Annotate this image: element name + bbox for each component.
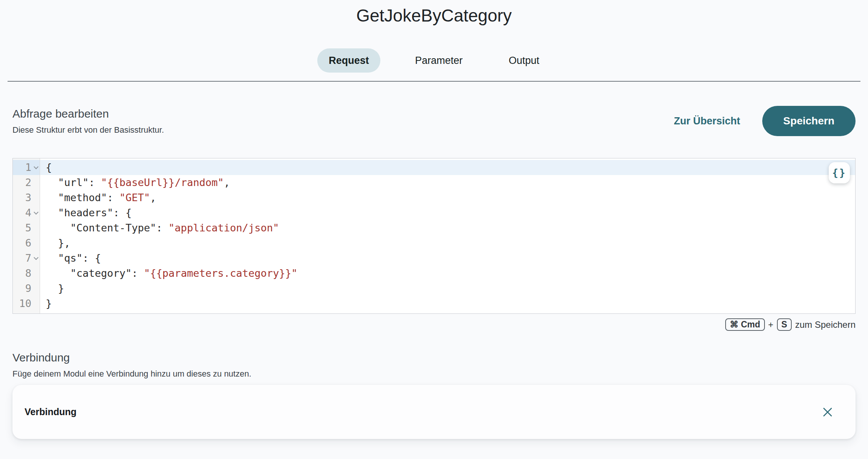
save-shortcut-hint: ⌘ Cmd + S zum Speichern: [12, 318, 856, 331]
line-number: 1: [13, 160, 40, 175]
code-token-string: "{{baseUrl}}/random": [101, 177, 224, 188]
line-number: 8: [13, 266, 40, 281]
code-token-plain: "url":: [46, 177, 101, 188]
connection-card: Verbindung: [12, 385, 856, 439]
line-number: 7: [13, 251, 40, 266]
tab-request[interactable]: Request: [317, 48, 380, 73]
page-title: GetJokeByCategory: [0, 5, 868, 26]
format-json-button[interactable]: {}: [829, 162, 850, 183]
plus-sign: +: [768, 319, 774, 330]
request-section-heading: Abfrage bearbeiten: [12, 107, 164, 120]
tab-output[interactable]: Output: [497, 48, 551, 73]
code-line[interactable]: "url": "{{baseUrl}}/random",: [40, 175, 855, 190]
code-token-plain: }: [46, 282, 64, 294]
curly-braces-icon: {}: [832, 167, 846, 178]
close-icon: [822, 407, 833, 417]
cmd-key-badge: ⌘ Cmd: [725, 318, 765, 331]
code-token-plain: "headers": {: [46, 207, 132, 219]
fold-chevron-icon[interactable]: [34, 255, 39, 260]
request-section-titles: Abfrage bearbeiten Diese Struktur erbt v…: [12, 107, 164, 135]
code-line[interactable]: "qs": {: [40, 251, 855, 266]
line-number: 4: [13, 205, 40, 220]
code-line[interactable]: }: [40, 296, 855, 311]
code-token-plain: "method":: [46, 192, 119, 203]
code-token-plain: "qs": {: [46, 252, 101, 264]
code-token-string: "{{parameters.category}}": [144, 267, 297, 279]
line-number: 3: [13, 190, 40, 205]
code-token-plain: {: [46, 161, 52, 173]
line-number: 5: [13, 220, 40, 236]
s-key-badge: S: [777, 318, 792, 331]
editor-gutter: 12345678910: [13, 158, 40, 313]
line-number: 9: [13, 281, 40, 296]
section-divider: [8, 81, 860, 82]
request-section-actions: Zur Übersicht Speichern: [674, 106, 856, 136]
line-number: 6: [13, 236, 40, 251]
save-hint-text: zum Speichern: [795, 319, 856, 330]
code-token-plain: },: [46, 237, 70, 249]
connection-section: Verbindung Füge deinem Modul eine Verbin…: [12, 351, 856, 379]
code-token-plain: }: [46, 298, 52, 309]
code-token-plain: "category":: [46, 267, 144, 279]
code-token-plain: ,: [224, 177, 230, 188]
connection-section-heading: Verbindung: [12, 351, 856, 364]
code-line[interactable]: }: [40, 281, 855, 296]
connection-card-title: Verbindung: [25, 406, 77, 417]
request-section-header: Abfrage bearbeiten Diese Struktur erbt v…: [12, 106, 856, 136]
editor-code[interactable]: { "url": "{{baseUrl}}/random", "method":…: [40, 158, 855, 313]
code-token-plain: "Content-Type":: [46, 222, 168, 234]
request-section-description: Diese Struktur erbt von der Basisstruktu…: [12, 125, 164, 135]
code-editor[interactable]: 12345678910 { "url": "{{baseUrl}}/random…: [12, 158, 856, 314]
save-button[interactable]: Speichern: [762, 106, 856, 136]
code-line[interactable]: "headers": {: [40, 205, 855, 220]
connection-section-description: Füge deinem Modul eine Verbindung hinzu …: [12, 369, 856, 379]
code-token-string: "application/json": [168, 222, 279, 234]
line-number: 10: [13, 296, 40, 311]
remove-connection-button[interactable]: [822, 407, 833, 417]
line-number: 2: [13, 175, 40, 190]
code-token-plain: ,: [150, 192, 156, 203]
code-line[interactable]: "category": "{{parameters.category}}": [40, 266, 855, 281]
code-line[interactable]: "method": "GET",: [40, 190, 855, 205]
code-token-string: "GET": [119, 192, 150, 203]
code-line[interactable]: },: [40, 236, 855, 251]
tab-parameter[interactable]: Parameter: [404, 48, 474, 73]
fold-chevron-icon[interactable]: [34, 210, 39, 215]
tab-bar: Request Parameter Output: [0, 48, 868, 73]
code-line[interactable]: {: [40, 160, 855, 175]
overview-link[interactable]: Zur Übersicht: [674, 115, 740, 127]
fold-chevron-icon[interactable]: [34, 164, 39, 169]
code-line[interactable]: "Content-Type": "application/json": [40, 220, 855, 236]
